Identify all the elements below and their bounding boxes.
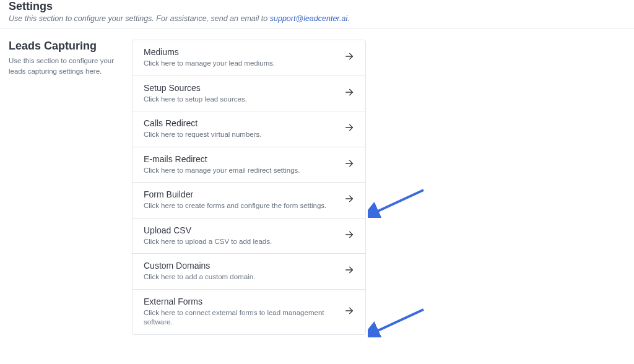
row-text: E-mails Redirect Click here to manage yo… <box>144 154 344 176</box>
row-text: Custom Domains Click here to add a custo… <box>144 261 344 282</box>
row-desc: Click here to add a custom domain. <box>144 272 338 282</box>
row-text: Upload CSV Click here to upload a CSV to… <box>144 225 344 247</box>
settings-row-setup-sources[interactable]: Setup Sources Click here to setup lead s… <box>132 76 365 112</box>
row-title: Calls Redirect <box>144 118 338 128</box>
arrow-right-icon <box>344 123 354 135</box>
row-title: External Forms <box>144 297 338 306</box>
section-subtitle: Use this section to configure your leads… <box>9 56 132 76</box>
settings-row-emails-redirect[interactable]: E-mails Redirect Click here to manage yo… <box>132 147 365 183</box>
row-desc: Click here to manage your email redirect… <box>144 166 338 176</box>
section-sidebar: Leads Capturing Use this section to conf… <box>9 40 132 335</box>
settings-row-upload-csv[interactable]: Upload CSV Click here to upload a CSV to… <box>132 219 365 254</box>
settings-list: Mediums Click here to manage your lead m… <box>132 40 366 335</box>
arrow-right-icon <box>344 194 354 206</box>
row-desc: Click here to manage your lead mediums. <box>144 59 338 69</box>
page-title: Settings <box>9 0 625 13</box>
row-text: Calls Redirect Click here to request vir… <box>144 118 344 140</box>
row-title: Setup Sources <box>144 83 338 93</box>
content-area: Leads Capturing Use this section to conf… <box>0 28 634 335</box>
row-text: Mediums Click here to manage your lead m… <box>144 47 344 69</box>
row-desc: Click here to upload a CSV to add leads. <box>144 237 338 247</box>
arrow-right-icon <box>344 306 354 318</box>
section-title: Leads Capturing <box>9 40 132 53</box>
row-title: Form Builder <box>144 189 338 199</box>
arrow-right-icon <box>344 230 354 242</box>
row-desc: Click here to connect external forms to … <box>144 308 338 327</box>
row-text: External Forms Click here to connect ext… <box>144 297 344 327</box>
settings-row-calls-redirect[interactable]: Calls Redirect Click here to request vir… <box>132 111 365 147</box>
row-title: Custom Domains <box>144 261 338 271</box>
subtitle-suffix: . <box>347 14 349 23</box>
arrow-right-icon <box>344 51 354 64</box>
arrow-right-icon <box>344 265 354 277</box>
settings-row-mediums[interactable]: Mediums Click here to manage your lead m… <box>132 40 365 76</box>
row-desc: Click here to create forms and configure… <box>144 201 338 211</box>
row-title: E-mails Redirect <box>144 154 338 164</box>
settings-row-form-builder[interactable]: Form Builder Click here to create forms … <box>132 183 365 219</box>
page-subtitle: Use this section to configure your setti… <box>9 14 625 23</box>
arrow-right-icon <box>344 158 354 171</box>
row-title: Upload CSV <box>144 225 338 235</box>
row-title: Mediums <box>144 47 338 57</box>
settings-row-custom-domains[interactable]: Custom Domains Click here to add a custo… <box>132 254 365 290</box>
row-text: Setup Sources Click here to setup lead s… <box>144 83 344 105</box>
support-email-link[interactable]: support@leadcenter.ai <box>270 14 348 23</box>
arrow-right-icon <box>344 87 354 100</box>
row-text: Form Builder Click here to create forms … <box>144 189 344 211</box>
subtitle-prefix: Use this section to configure your setti… <box>9 14 270 23</box>
row-desc: Click here to request virtual numbers. <box>144 130 338 140</box>
settings-row-external-forms[interactable]: External Forms Click here to connect ext… <box>132 290 365 334</box>
row-desc: Click here to setup lead sources. <box>144 95 338 105</box>
page-header: Settings Use this section to configure y… <box>0 0 634 28</box>
